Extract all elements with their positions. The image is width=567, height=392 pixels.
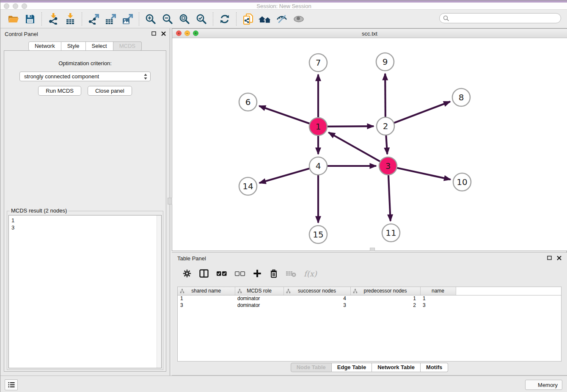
mcds-result-list[interactable]: 1 3: [8, 215, 162, 368]
toolbar-separator: [236, 12, 237, 26]
graph-node-11[interactable]: 11: [382, 224, 400, 242]
export-network-button[interactable]: [85, 11, 102, 27]
table-cell[interactable]: 4: [284, 295, 350, 302]
float-table-panel-button[interactable]: [547, 255, 552, 261]
search-input[interactable]: [439, 13, 561, 23]
tab-mcds[interactable]: MCDS: [113, 41, 142, 51]
hide-panels-button[interactable]: [273, 11, 290, 27]
graph-node-label: 9: [383, 57, 388, 67]
task-history-button[interactable]: [5, 379, 18, 390]
graph-node-15[interactable]: 15: [309, 226, 327, 243]
graph-node-8[interactable]: 8: [452, 88, 470, 106]
table-row: 3dominator323: [178, 302, 561, 309]
refresh-view-button[interactable]: [216, 11, 233, 27]
float-panel-button[interactable]: [151, 31, 157, 36]
table-cell[interactable]: 3: [420, 302, 456, 309]
network-graph[interactable]: 7968124314101511: [172, 38, 567, 251]
tab-select[interactable]: Select: [86, 41, 113, 51]
export-network-icon: [88, 14, 99, 25]
graph-node-10[interactable]: 10: [453, 173, 471, 191]
network-window-title: scc.txt: [172, 30, 567, 37]
eye-icon: [293, 14, 305, 24]
graph-node-4[interactable]: 4: [309, 157, 327, 175]
open-folder-icon: [8, 14, 19, 24]
zoom-in-button[interactable]: [142, 11, 159, 27]
search-field[interactable]: [449, 15, 557, 22]
show-panels-button[interactable]: [290, 11, 307, 27]
vertical-splitter-handle[interactable]: [168, 198, 172, 204]
graph-node-6[interactable]: 6: [239, 93, 257, 111]
optimization-criterion-select[interactable]: strongly connected component: [19, 72, 151, 81]
graph-edge-3-10[interactable]: [388, 166, 451, 179]
zoom-selected-button[interactable]: [193, 11, 210, 27]
network-canvas[interactable]: 7968124314101511: [172, 38, 567, 251]
column-header-mcds-role[interactable]: MCDS role: [235, 287, 284, 295]
delete-table-icon: [286, 269, 297, 278]
graph-node-9[interactable]: 9: [376, 53, 394, 71]
gear-icon: [182, 269, 192, 278]
horizontal-splitter-handle[interactable]: [370, 248, 375, 251]
mcds-result-title: MCDS result (2 nodes): [10, 207, 68, 214]
mcds-result-scrollbar[interactable]: [157, 215, 161, 368]
graph-node-7[interactable]: 7: [309, 54, 327, 72]
graph-edge-3-1[interactable]: [328, 133, 388, 166]
tab-motifs[interactable]: Motifs: [421, 363, 448, 372]
zoom-selected-icon: [196, 14, 207, 25]
delete-column-button[interactable]: [269, 268, 278, 279]
table-cell[interactable]: 1: [178, 295, 235, 302]
table-cell[interactable]: 3: [284, 302, 350, 309]
duplicate-network-icon: [242, 13, 254, 25]
column-header-name[interactable]: name: [420, 287, 456, 295]
column-header-predecessor-nodes[interactable]: predecessor nodes: [350, 287, 420, 295]
open-session-button[interactable]: [5, 11, 22, 27]
close-icon: [557, 256, 561, 260]
table-cell[interactable]: 1: [350, 295, 420, 302]
graph-edge-2-8[interactable]: [385, 102, 450, 126]
memory-status-button[interactable]: Memory: [525, 380, 562, 390]
plus-icon: [253, 269, 262, 278]
import-table-button[interactable]: [62, 11, 79, 27]
table-cell[interactable]: dominator: [235, 302, 284, 309]
table-cell[interactable]: 1: [420, 295, 456, 302]
graph-node-1[interactable]: 1: [309, 118, 327, 135]
save-session-button[interactable]: [22, 11, 39, 27]
close-panel-button[interactable]: [161, 31, 166, 36]
export-table-button[interactable]: [102, 11, 119, 27]
add-column-button[interactable]: [253, 269, 262, 278]
run-mcds-button[interactable]: Run MCDS: [38, 86, 81, 96]
zoom-fit-button[interactable]: [176, 11, 193, 27]
table-cell[interactable]: 2: [350, 302, 420, 309]
table-cell[interactable]: dominator: [235, 295, 284, 302]
delete-table-button[interactable]: [286, 269, 297, 278]
tab-style[interactable]: Style: [61, 41, 86, 51]
zoom-out-button[interactable]: [159, 11, 176, 27]
import-network-button[interactable]: [45, 11, 62, 27]
tab-network[interactable]: Network: [28, 41, 61, 51]
deselect-all-button[interactable]: [234, 269, 245, 278]
mcds-result-line: 3: [11, 224, 159, 231]
graph-node-label: 4: [316, 161, 321, 171]
export-image-button[interactable]: [119, 11, 136, 27]
graph-node-3[interactable]: 3: [379, 157, 397, 175]
select-stepper-icon: [143, 73, 148, 83]
tab-edge-table[interactable]: Edge Table: [332, 363, 372, 372]
table-split-view-button[interactable]: [199, 268, 209, 279]
table-cell[interactable]: 3: [178, 302, 235, 309]
graph-node-label: 14: [242, 181, 253, 191]
tab-node-table[interactable]: Node Table: [291, 363, 332, 372]
column-header-shared-name[interactable]: shared name: [178, 287, 235, 295]
column-header-successor-nodes[interactable]: successor nodes: [284, 287, 350, 295]
close-panel-action-button[interactable]: Close panel: [88, 86, 132, 96]
tab-network-table[interactable]: Network Table: [372, 363, 421, 372]
close-icon: [161, 31, 166, 36]
graph-node-14[interactable]: 14: [239, 177, 257, 195]
table-settings-button[interactable]: [182, 269, 192, 278]
graph-node-label: 8: [459, 92, 464, 102]
close-table-panel-button[interactable]: [556, 255, 562, 261]
duplicate-network-button[interactable]: [239, 11, 256, 27]
home-layout-button[interactable]: [256, 11, 273, 27]
function-builder-button[interactable]: f(x): [304, 269, 317, 278]
mcds-result-line: 1: [11, 217, 159, 224]
select-all-button[interactable]: [216, 269, 227, 278]
graph-node-2[interactable]: 2: [377, 117, 394, 135]
